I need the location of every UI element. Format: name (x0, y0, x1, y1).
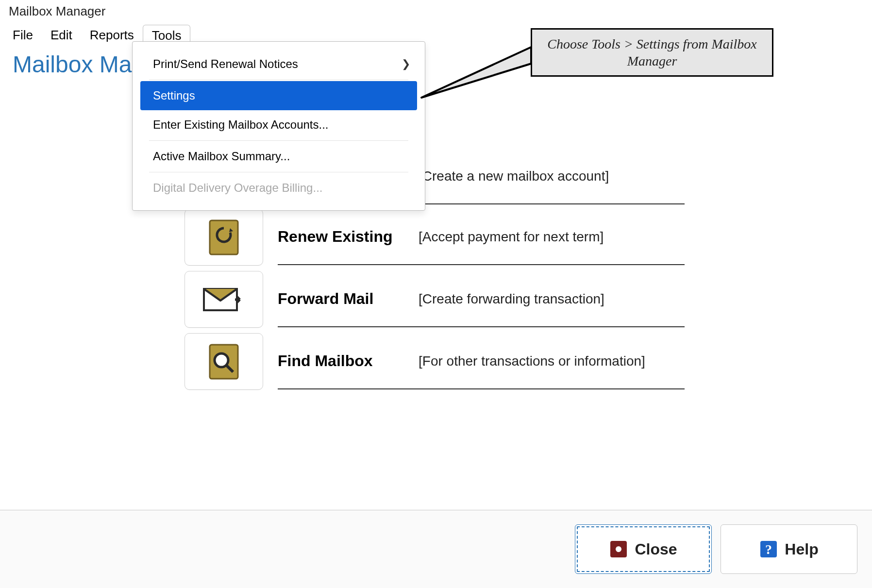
action-title: Forward Mail (278, 290, 419, 308)
menu-item-label: Digital Delivery Overage Billing... (153, 181, 322, 195)
action-row-text: Find Mailbox [For other transactions or … (278, 334, 685, 389)
help-label: Help (785, 540, 818, 558)
svg-point-7 (616, 546, 621, 552)
forward-icon-button[interactable] (184, 271, 263, 328)
menu-separator (149, 80, 408, 80)
renew-icon-button[interactable] (184, 209, 263, 266)
action-title: Renew Existing (278, 228, 419, 246)
footer: Close ? Help (0, 510, 872, 588)
menu-item-enter-existing[interactable]: Enter Existing Mailbox Accounts... (135, 110, 422, 139)
page-title: Mailbox Ma (13, 51, 132, 78)
menu-item-settings[interactable]: Settings (140, 81, 417, 110)
menu-item-print-send-renewal[interactable]: Print/Send Renewal Notices ❯ (135, 50, 422, 79)
action-description: [Accept payment for next term] (419, 229, 604, 245)
menu-item-digital-billing: Digital Delivery Overage Billing... (135, 173, 422, 202)
menu-edit[interactable]: Edit (42, 25, 81, 47)
svg-text:?: ? (765, 542, 772, 557)
recycle-book-icon (207, 218, 241, 256)
search-book-icon (207, 343, 241, 381)
callout-box: Choose Tools > Settings from Mailbox Man… (531, 28, 773, 77)
find-icon-button[interactable] (184, 333, 263, 390)
svg-marker-5 (421, 47, 531, 98)
action-title: Find Mailbox (278, 352, 419, 370)
action-row-renew: Renew Existing [Accept payment for next … (184, 209, 685, 266)
help-button[interactable]: ? Help (721, 524, 857, 574)
chevron-right-icon: ❯ (402, 58, 410, 70)
close-button[interactable]: Close (575, 524, 712, 574)
action-row-find: Find Mailbox [For other transactions or … (184, 333, 685, 390)
action-description: [Create a new mailbox account] (419, 168, 609, 184)
callout-text: Choose Tools > Settings from Mailbox Man… (544, 35, 760, 69)
action-description: [Create forwarding transaction] (419, 291, 604, 307)
action-row-text: Renew Existing [Accept payment for next … (278, 209, 685, 265)
action-description: [For other transactions or information] (419, 353, 645, 369)
menu-item-label: Enter Existing Mailbox Accounts... (153, 118, 329, 132)
action-row-forward: Forward Mail [Create forwarding transact… (184, 271, 685, 328)
menu-file[interactable]: File (4, 25, 42, 47)
close-label: Close (635, 540, 677, 558)
close-icon (609, 540, 628, 558)
window-title: Mailbox Manager (0, 0, 872, 20)
menu-item-label: Settings (153, 89, 195, 102)
menu-item-label: Active Mailbox Summary... (153, 150, 290, 163)
envelope-forward-icon (202, 285, 246, 314)
menu-item-active-summary[interactable]: Active Mailbox Summary... (135, 142, 422, 171)
svg-point-3 (215, 353, 228, 367)
menu-separator (149, 172, 408, 172)
menu-item-label: Print/Send Renewal Notices (153, 57, 298, 71)
callout-pointer-icon (419, 46, 535, 129)
tools-dropdown: Print/Send Renewal Notices ❯ Settings En… (132, 41, 425, 211)
action-row-text: Forward Mail [Create forwarding transact… (278, 271, 685, 327)
svg-rect-0 (210, 220, 238, 254)
menu-separator (149, 140, 408, 141)
help-icon: ? (759, 540, 778, 558)
